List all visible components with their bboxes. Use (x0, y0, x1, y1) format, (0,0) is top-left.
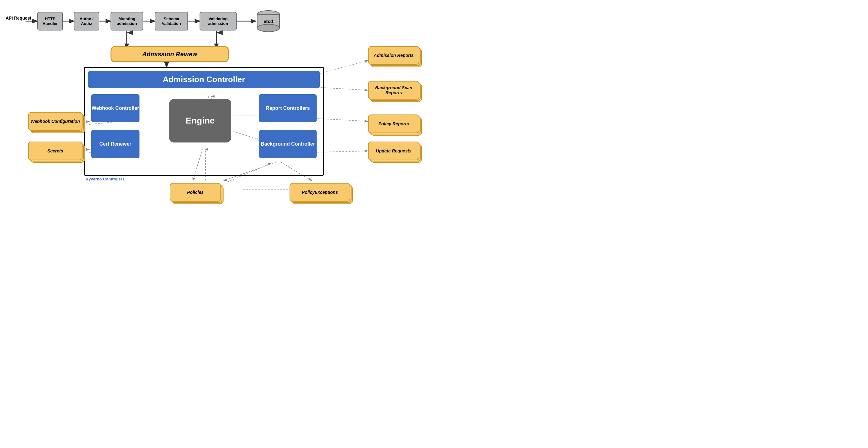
policy-reports-box: Policy Reports (368, 114, 420, 133)
diagram: API Request HTTP Handler Authn /Authz Mu… (0, 0, 434, 224)
update-requests-label: Update Requests (376, 148, 411, 153)
webhook-controller-box: Webhook Controller (91, 94, 140, 122)
webhook-config-label: Webhook Configuration (31, 119, 80, 124)
admission-review-label: Admission Review (142, 51, 197, 58)
webhook-controller-label: Webhook Controller (92, 105, 139, 112)
etcd-icon: etcd (256, 9, 281, 33)
background-scan-reports-stack: Background Scan Reports (368, 81, 420, 104)
kyverno-label: Kyverno Controllers (86, 177, 125, 181)
etcd-box: etcd (256, 9, 281, 33)
svg-text:etcd: etcd (264, 19, 273, 24)
secrets-box: Secrets (28, 142, 83, 160)
validating-admission-box: Validatingadmission (199, 12, 237, 31)
policy-exceptions-label: PolicyExceptions (302, 190, 338, 195)
admission-controller-label: Admission Controller (163, 75, 245, 84)
update-requests-box: Update Requests (368, 142, 420, 160)
cert-renewer-box: Cert Renewer (91, 130, 140, 158)
admission-review-box: Admission Review (111, 46, 229, 62)
policy-reports-stack: Policy Reports (368, 114, 420, 138)
webhook-config-box: Webhook Configuration (28, 112, 83, 131)
mutating-admission-box: Mutatingadmission (111, 12, 143, 31)
background-scan-reports-label: Background Scan Reports (369, 85, 419, 95)
kyverno-container: Admission Controller Webhook Controller … (84, 67, 324, 176)
policies-label: Policies (187, 190, 204, 195)
report-controllers-box: Report Controllers (259, 94, 317, 122)
admission-reports-stack: Admission Reports (368, 46, 420, 69)
policies-box: Policies (170, 183, 221, 202)
webhook-config-stack: Webhook Configuration (28, 112, 83, 135)
engine-box: Engine (169, 99, 231, 142)
admission-reports-label: Admission Reports (374, 53, 413, 58)
engine-label: Engine (186, 116, 215, 126)
cert-renewer-label: Cert Renewer (99, 141, 131, 147)
update-requests-stack: Update Requests (368, 142, 420, 165)
api-request-label: API Request (6, 15, 31, 21)
authn-authz-box: Authn /Authz (74, 12, 99, 31)
policy-exceptions-box: PolicyExceptions (289, 183, 350, 202)
policy-reports-label: Policy Reports (378, 121, 409, 126)
svg-point-32 (257, 24, 280, 32)
background-scan-reports-box: Background Scan Reports (368, 81, 420, 100)
admission-controller-box: Admission Controller (88, 71, 320, 88)
secrets-stack: Secrets (28, 142, 83, 165)
background-controller-box: Background Controller (259, 130, 317, 158)
secrets-label: Secrets (47, 148, 63, 153)
policy-exceptions-stack: PolicyExceptions (289, 183, 350, 206)
schema-validation-box: SchemaValidation (155, 12, 188, 31)
report-controllers-label: Report Controllers (266, 105, 310, 112)
admission-reports-box: Admission Reports (368, 46, 420, 65)
background-controller-label: Background Controller (260, 141, 315, 147)
policies-stack: Policies (170, 183, 221, 206)
http-handler-box: HTTP Handler (37, 12, 63, 31)
